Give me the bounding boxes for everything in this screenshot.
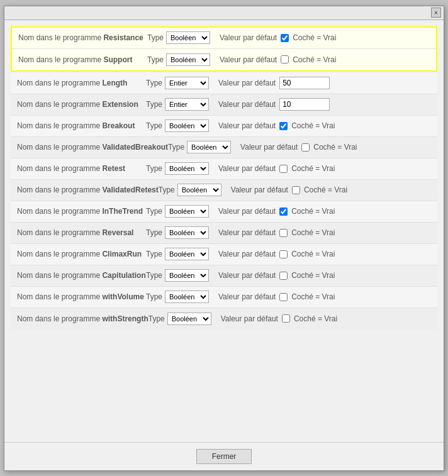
type-section: TypeBooléenEntierFlottantTexte [146, 162, 218, 175]
coche-label: Coché = Vrai [291, 121, 335, 130]
coche-label: Coché = Vrai [294, 314, 337, 323]
type-label: Type [146, 292, 162, 301]
default-value-checkbox[interactable] [279, 208, 288, 216]
default-value-checkbox[interactable] [292, 186, 300, 194]
type-label: Type [146, 79, 162, 87]
table-row: Nom dans le programme InTheTrendTypeBool… [11, 201, 437, 223]
table-row: Nom dans le programme BreakoutTypeBoolée… [11, 116, 437, 137]
param-name-label: Nom dans le programme ValidatedBreakout [17, 143, 168, 152]
title-bar: × [4, 6, 444, 20]
param-name-label: Nom dans le programme Capitulation [17, 271, 146, 280]
value-section: Valeur par défautCoché = Vrai [221, 314, 431, 323]
value-label: Valeur par défaut [218, 250, 276, 258]
value-label: Valeur par défaut [218, 121, 276, 130]
coche-label: Coché = Vrai [291, 164, 335, 173]
value-label: Valeur par défaut [240, 143, 298, 152]
type-select[interactable]: BooléenEntierFlottantTexte [187, 141, 231, 153]
type-select[interactable]: BooléenEntierFlottantTexte [165, 226, 209, 239]
params-list: Nom dans le programme LengthTypeBooléenE… [11, 73, 437, 329]
coche-label: Coché = Vrai [291, 292, 335, 301]
type-select[interactable]: BooléenEntierFlottantTexte [165, 291, 209, 303]
value-label: Valeur par défaut [218, 271, 276, 280]
default-value-checkbox[interactable] [281, 55, 289, 64]
param-name-label: Nom dans le programme Resistance [18, 33, 147, 42]
param-name-label: Nom dans le programme Reversal [17, 228, 146, 237]
table-row: Nom dans le programme ResistanceTypeBool… [12, 28, 436, 49]
type-label: Type [147, 33, 164, 42]
value-label: Valeur par défaut [218, 292, 276, 301]
type-select[interactable]: BooléenEntierFlottantTexte [166, 53, 210, 66]
coche-label: Coché = Vrai [293, 33, 336, 42]
value-section: Valeur par défautCoché = Vrai [218, 207, 431, 216]
type-section: TypeBooléenEntierFlottantTexte [146, 291, 218, 303]
param-name-label: Nom dans le programme Extension [17, 100, 146, 109]
default-value-checkbox[interactable] [279, 165, 288, 173]
footer: Fermer [4, 442, 444, 470]
default-value-checkbox[interactable] [279, 250, 288, 258]
type-section: TypeBooléenEntierFlottantTexte [146, 269, 218, 282]
param-name-label: Nom dans le programme Breakout [17, 121, 146, 130]
type-label: Type [146, 121, 162, 130]
table-row: Nom dans le programme withStrengthTypeBo… [11, 308, 437, 329]
table-row: Nom dans le programme CapitulationTypeBo… [11, 265, 437, 287]
type-label: Type [147, 55, 164, 64]
param-name-label: Nom dans le programme withStrength [17, 314, 148, 323]
default-value-checkbox[interactable] [282, 314, 290, 323]
value-label: Valeur par défaut [218, 100, 276, 109]
default-value-checkbox[interactable] [279, 122, 288, 130]
type-section: TypeBooléenEntierFlottantTexte [168, 141, 240, 153]
default-value-input[interactable] [279, 77, 330, 89]
type-select[interactable]: BooléenEntierFlottantTexte [166, 31, 210, 44]
type-section: TypeBooléenEntierFlottantTexte [146, 226, 218, 239]
value-section: Valeur par défautCoché = Vrai [220, 55, 430, 64]
type-select[interactable]: BooléenEntierFlottantTexte [165, 119, 209, 132]
type-select[interactable]: BooléenEntierFlottantTexte [165, 98, 209, 111]
type-section: TypeBooléenEntierFlottantTexte [146, 77, 218, 89]
type-section: TypeBooléenEntierFlottantTexte [147, 53, 220, 66]
type-label: Type [148, 314, 165, 323]
type-section: TypeBooléenEntierFlottantTexte [146, 119, 218, 132]
type-select[interactable]: BooléenEntierFlottantTexte [165, 205, 209, 218]
value-section: Valeur par défautCoché = Vrai [218, 292, 431, 301]
type-select[interactable]: BooléenEntierFlottantTexte [165, 162, 209, 175]
default-value-checkbox[interactable] [279, 229, 288, 237]
value-label: Valeur par défaut [218, 79, 276, 87]
param-name-label: Nom dans le programme Support [18, 55, 147, 64]
value-label: Valeur par défaut [231, 185, 288, 194]
table-row: Nom dans le programme LengthTypeBooléenE… [11, 73, 437, 94]
type-section: TypeBooléenEntierFlottantTexte [148, 313, 221, 325]
type-select[interactable]: BooléenEntierFlottantTexte [165, 77, 209, 89]
type-select[interactable]: BooléenEntierFlottantTexte [167, 313, 211, 325]
default-value-checkbox[interactable] [279, 293, 288, 301]
coche-label: Coché = Vrai [291, 250, 335, 258]
table-row: Nom dans le programme RetestTypeBooléenE… [11, 158, 437, 180]
value-label: Valeur par défaut [218, 228, 276, 237]
table-row: Nom dans le programme ValidatedRetestTyp… [11, 180, 437, 201]
default-value-checkbox[interactable] [279, 272, 288, 280]
value-label: Valeur par défaut [220, 55, 277, 64]
value-section: Valeur par défaut [218, 77, 431, 89]
default-value-input[interactable] [279, 98, 330, 111]
param-name-label: Nom dans le programme withVolume [17, 292, 146, 301]
type-section: TypeBooléenEntierFlottantTexte [159, 184, 231, 196]
value-label: Valeur par défaut [221, 314, 278, 323]
param-name-label: Nom dans le programme Retest [17, 164, 146, 173]
type-label: Type [146, 164, 162, 173]
value-section: Valeur par défautCoché = Vrai [218, 250, 431, 258]
type-select[interactable]: BooléenEntierFlottantTexte [165, 269, 209, 282]
content-area: Nom dans le programme ResistanceTypeBool… [4, 20, 444, 442]
param-name-label: Nom dans le programme ValidatedRetest [17, 185, 159, 194]
type-select[interactable]: BooléenEntierFlottantTexte [177, 184, 221, 196]
value-section: Valeur par défautCoché = Vrai [218, 228, 431, 237]
close-button[interactable]: Fermer [196, 449, 252, 464]
value-section: Valeur par défautCoché = Vrai [231, 185, 431, 194]
type-select[interactable]: BooléenEntierFlottantTexte [165, 248, 209, 260]
param-name-label: Nom dans le programme InTheTrend [17, 207, 146, 216]
default-value-checkbox[interactable] [281, 34, 289, 42]
type-section: TypeBooléenEntierFlottantTexte [146, 205, 218, 218]
table-row: Nom dans le programme ExtensionTypeBoolé… [11, 94, 437, 116]
default-value-checkbox[interactable] [301, 143, 310, 152]
close-icon[interactable]: × [431, 8, 441, 18]
coche-label: Coché = Vrai [304, 185, 347, 194]
type-section: TypeBooléenEntierFlottantTexte [146, 98, 218, 111]
